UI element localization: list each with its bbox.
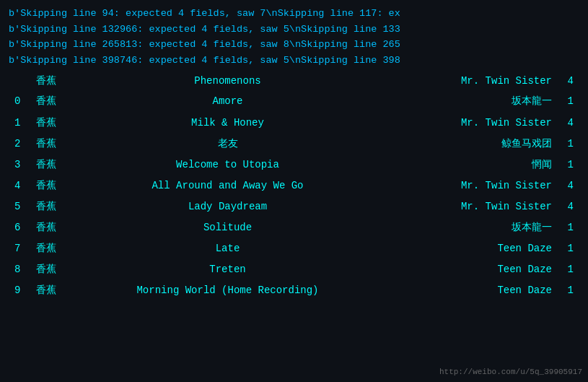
cell-artist: Mr. Twin Sister (382, 175, 558, 196)
cell-index: 4 (9, 175, 30, 196)
cell-title: Lady Daydream (74, 196, 382, 217)
cell-index: 9 (9, 280, 30, 301)
error-section: b'Skipping line 94: expected 4 fields, s… (9, 6, 579, 68)
table-row: 4香蕉All Around and Away We GoMr. Twin Sis… (9, 175, 579, 196)
cell-title: All Around and Away We Go (74, 175, 382, 196)
data-table: 香蕉 Phenomenons Mr. Twin Sister 4 0香蕉Amor… (9, 71, 579, 301)
cell-num: 1 (558, 155, 579, 175)
table-row: 0香蕉Amore坂本龍一1 (9, 91, 579, 112)
cell-index: 3 (9, 155, 30, 175)
header-num: 4 (558, 71, 579, 91)
table-row: 2香蕉老友鲸鱼马戏团1 (9, 134, 579, 155)
cell-category: 香蕉 (30, 259, 74, 280)
table-row: 5香蕉Lady DaydreamMr. Twin Sister4 (9, 196, 579, 217)
cell-index: 8 (9, 259, 30, 280)
cell-category: 香蕉 (30, 196, 74, 217)
cell-num: 4 (558, 113, 579, 134)
cell-title: 老友 (74, 134, 382, 155)
cell-num: 1 (558, 238, 579, 259)
header-category: 香蕉 (30, 71, 74, 91)
cell-title: Welcome to Utopia (74, 155, 382, 175)
cell-index: 0 (9, 91, 30, 112)
cell-artist: Teen Daze (382, 259, 558, 280)
cell-num: 1 (558, 217, 579, 238)
cell-title: Milk & Honey (74, 113, 382, 134)
header-index (9, 71, 30, 91)
cell-category: 香蕉 (30, 217, 74, 238)
cell-artist: Teen Daze (382, 238, 558, 259)
error-line-1: b'Skipping line 94: expected 4 fields, s… (9, 6, 579, 22)
table-row: 6香蕉Solitude坂本龍一1 (9, 217, 579, 238)
cell-num: 1 (558, 91, 579, 112)
cell-category: 香蕉 (30, 113, 74, 134)
cell-category: 香蕉 (30, 91, 74, 112)
cell-title: Solitude (74, 217, 382, 238)
cell-category: 香蕉 (30, 238, 74, 259)
cell-title: Treten (74, 259, 382, 280)
cell-index: 2 (9, 134, 30, 155)
table-header-row: 香蕉 Phenomenons Mr. Twin Sister 4 (9, 71, 579, 91)
table-row: 7香蕉LateTeen Daze1 (9, 238, 579, 259)
header-title: Phenomenons (74, 71, 382, 91)
cell-num: 1 (558, 280, 579, 301)
table-row: 9香蕉Morning World (Home Recording)Teen Da… (9, 280, 579, 301)
cell-num: 4 (558, 175, 579, 196)
cell-index: 6 (9, 217, 30, 238)
cell-category: 香蕉 (30, 155, 74, 175)
cell-num: 1 (558, 259, 579, 280)
cell-category: 香蕉 (30, 280, 74, 301)
table-row: 8香蕉TretenTeen Daze1 (9, 259, 579, 280)
table-row: 1香蕉Milk & HoneyMr. Twin Sister4 (9, 113, 579, 134)
cell-title: Amore (74, 91, 382, 112)
cell-category: 香蕉 (30, 175, 74, 196)
error-line-3: b'Skipping line 265813: expected 4 field… (9, 37, 579, 53)
cell-index: 1 (9, 113, 30, 134)
cell-index: 7 (9, 238, 30, 259)
cell-index: 5 (9, 196, 30, 217)
terminal-window: b'Skipping line 94: expected 4 fields, s… (0, 0, 588, 382)
cell-num: 4 (558, 196, 579, 217)
cell-artist: 坂本龍一 (382, 217, 558, 238)
error-line-4: b'Skipping line 398746: expected 4 field… (9, 53, 579, 69)
watermark: http://weibo.com/u/5q_39905917 (439, 368, 582, 376)
table-row: 3香蕉Welcome to Utopia惘闻1 (9, 155, 579, 175)
cell-artist: Mr. Twin Sister (382, 113, 558, 134)
cell-artist: Teen Daze (382, 280, 558, 301)
header-artist: Mr. Twin Sister (382, 71, 558, 91)
cell-category: 香蕉 (30, 134, 74, 155)
cell-artist: Mr. Twin Sister (382, 196, 558, 217)
cell-title: Morning World (Home Recording) (74, 280, 382, 301)
cell-artist: 鲸鱼马戏团 (382, 134, 558, 155)
cell-artist: 惘闻 (382, 155, 558, 175)
cell-num: 1 (558, 134, 579, 155)
error-line-2: b'Skipping line 132966: expected 4 field… (9, 22, 579, 38)
cell-artist: 坂本龍一 (382, 91, 558, 112)
cell-title: Late (74, 238, 382, 259)
